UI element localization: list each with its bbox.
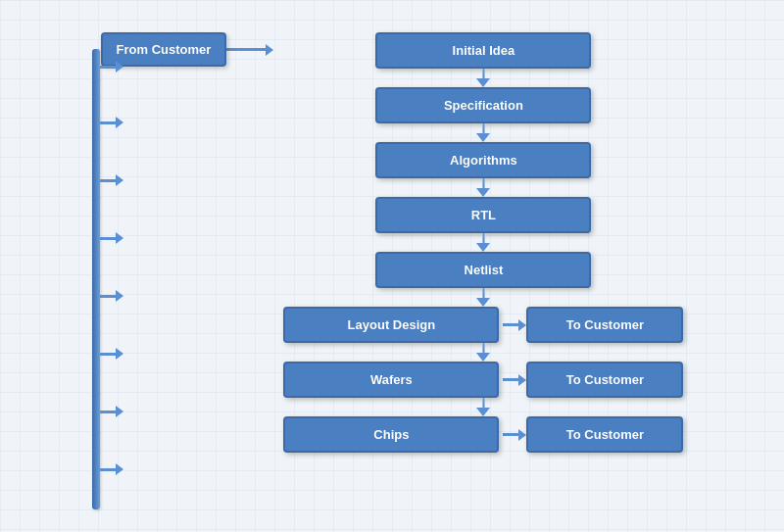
row-rtl: RTL [375, 197, 591, 233]
connector-5 [476, 288, 490, 307]
algorithms-box: Algorithms [375, 142, 591, 178]
left-vertical-bar [92, 49, 100, 509]
connector-1 [476, 69, 490, 87]
to-customer-chips: To Customer [526, 416, 683, 453]
from-customer-connector [226, 48, 266, 51]
connector-2 [476, 123, 490, 142]
from-customer-row: From Customer [101, 32, 274, 67]
specification-box: Specification [375, 87, 591, 123]
layout-right-connector: To Customer [503, 307, 683, 343]
row-wafers: Wafers To Customer [283, 362, 683, 398]
connector-3 [476, 178, 490, 197]
row-layout-design: Layout Design To Customer [283, 307, 683, 343]
h-arrow-6 [100, 348, 123, 360]
h-arrow-5 [100, 290, 123, 302]
h-arrow-4 [100, 232, 123, 244]
row-initial-idea: Initial Idea [375, 32, 591, 69]
connector-6 [476, 343, 490, 362]
h-arrow-1 [100, 61, 123, 73]
connector-7 [476, 398, 490, 416]
from-customer-arrow [266, 44, 273, 56]
to-customer-wafers: To Customer [526, 362, 683, 398]
to-customer-layout: To Customer [526, 307, 683, 343]
rtl-box: RTL [375, 197, 591, 233]
initial-idea-box: Initial Idea [375, 32, 591, 69]
h-arrow-7 [100, 406, 123, 417]
row-specification: Specification [375, 87, 591, 123]
row-chips: Chips To Customer [283, 416, 683, 453]
center-flow-column: Initial Idea Specification Algorithms RT… [283, 32, 683, 453]
row-algorithms: Algorithms [375, 142, 591, 178]
chips-right-connector: To Customer [503, 416, 683, 453]
connector-4 [476, 233, 490, 252]
wafers-right-connector: To Customer [503, 362, 683, 398]
h-arrow-3 [100, 174, 123, 186]
chips-box: Chips [283, 416, 499, 453]
layout-design-box: Layout Design [283, 307, 499, 343]
netlist-box: Netlist [375, 252, 591, 288]
row-netlist: Netlist [375, 252, 591, 288]
h-arrow-2 [100, 117, 123, 128]
h-arrow-8 [100, 463, 123, 475]
wafers-box: Wafers [283, 362, 499, 398]
diagram-container: From Customer [93, 15, 692, 517]
